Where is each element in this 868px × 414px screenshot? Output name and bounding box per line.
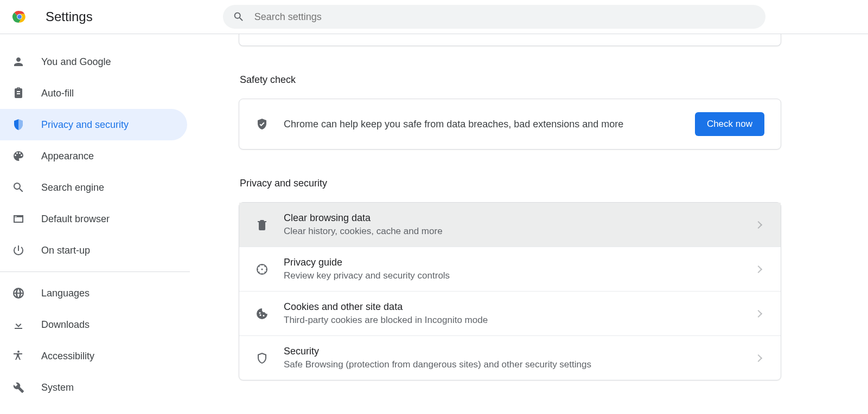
section-title-safety: Safety check xyxy=(240,74,782,86)
row-title: Privacy guide xyxy=(284,257,756,268)
page-title: Settings xyxy=(46,9,93,24)
sidebar-item-on-startup[interactable]: On start-up xyxy=(0,235,187,266)
sidebar-item-label: Accessibility xyxy=(41,351,94,362)
search-input[interactable] xyxy=(254,11,756,23)
sidebar-item-label: System xyxy=(41,382,74,393)
accessibility-icon xyxy=(12,350,25,363)
search-icon xyxy=(233,11,245,23)
power-icon xyxy=(12,244,25,257)
row-subtitle: Clear history, cookies, cache and more xyxy=(284,226,756,237)
check-now-button[interactable]: Check now xyxy=(695,112,764,136)
sidebar-item-accessibility[interactable]: Accessibility xyxy=(0,340,187,372)
sidebar-item-label: Search engine xyxy=(41,182,104,193)
cookie-icon xyxy=(256,307,269,320)
sidebar-item-label: Default browser xyxy=(41,214,110,225)
clipboard-icon xyxy=(12,87,25,100)
sidebar-item-you-and-google[interactable]: You and Google xyxy=(0,46,187,77)
safety-check-text: Chrome can help keep you safe from data … xyxy=(284,119,695,130)
chevron-right-icon xyxy=(755,265,762,273)
previous-card-edge xyxy=(239,34,781,46)
shield-outline-icon xyxy=(256,352,269,365)
sidebar-item-languages[interactable]: Languages xyxy=(0,277,187,309)
sidebar-item-default-browser[interactable]: Default browser xyxy=(0,203,187,235)
row-clear-browsing-data[interactable]: Clear browsing dataClear history, cookie… xyxy=(239,203,781,247)
sidebar-item-label: Downloads xyxy=(41,319,90,331)
sidebar-item-label: Auto-fill xyxy=(41,88,74,99)
person-icon xyxy=(12,55,25,68)
section-title-privacy: Privacy and security xyxy=(240,178,782,189)
window-icon xyxy=(12,212,25,225)
sidebar-item-auto-fill[interactable]: Auto-fill xyxy=(0,77,187,109)
header: Settings xyxy=(0,0,868,34)
globe-icon xyxy=(12,287,25,300)
sidebar-item-search-engine[interactable]: Search engine xyxy=(0,172,187,203)
sidebar-item-label: On start-up xyxy=(41,245,90,256)
sidebar-divider xyxy=(0,271,190,272)
row-security[interactable]: SecuritySafe Browsing (protection from d… xyxy=(239,335,781,380)
row-title: Clear browsing data xyxy=(284,212,756,224)
row-title: Security xyxy=(284,346,756,357)
compass-icon xyxy=(256,263,269,276)
sidebar-item-appearance[interactable]: Appearance xyxy=(0,140,187,172)
sidebar-item-label: Languages xyxy=(41,288,90,299)
row-subtitle: Third-party cookies are blocked in Incog… xyxy=(284,315,756,326)
shield-check-icon xyxy=(256,118,269,131)
download-icon xyxy=(12,318,25,331)
search-settings[interactable] xyxy=(223,5,765,29)
safety-check-card: Chrome can help keep you safe from data … xyxy=(239,99,781,150)
row-subtitle: Safe Browsing (protection from dangerous… xyxy=(284,359,756,370)
palette-icon xyxy=(12,150,25,163)
chevron-right-icon xyxy=(755,221,762,228)
trash-icon xyxy=(256,218,269,231)
row-privacy-guide[interactable]: Privacy guideReview key privacy and secu… xyxy=(239,247,781,291)
sidebar-item-label: Appearance xyxy=(41,151,94,162)
sidebar-item-system[interactable]: System xyxy=(0,372,187,403)
row-cookies[interactable]: Cookies and other site dataThird-party c… xyxy=(239,291,781,335)
shield-icon xyxy=(12,118,25,131)
search-icon xyxy=(12,181,25,194)
chrome-logo-icon xyxy=(11,8,28,25)
chevron-right-icon xyxy=(755,309,762,317)
sidebar: You and GoogleAuto-fillPrivacy and secur… xyxy=(0,34,190,414)
wrench-icon xyxy=(12,381,25,394)
sidebar-item-privacy-and-security[interactable]: Privacy and security xyxy=(0,109,187,140)
chevron-right-icon xyxy=(755,354,762,361)
row-title: Cookies and other site data xyxy=(284,301,756,313)
row-subtitle: Review key privacy and security controls xyxy=(284,270,756,281)
sidebar-item-label: You and Google xyxy=(41,56,111,68)
privacy-card: Clear browsing dataClear history, cookie… xyxy=(239,202,781,380)
sidebar-item-downloads[interactable]: Downloads xyxy=(0,309,187,340)
sidebar-item-label: Privacy and security xyxy=(41,119,129,131)
main-content: Safety check Chrome can help keep you sa… xyxy=(190,34,868,414)
